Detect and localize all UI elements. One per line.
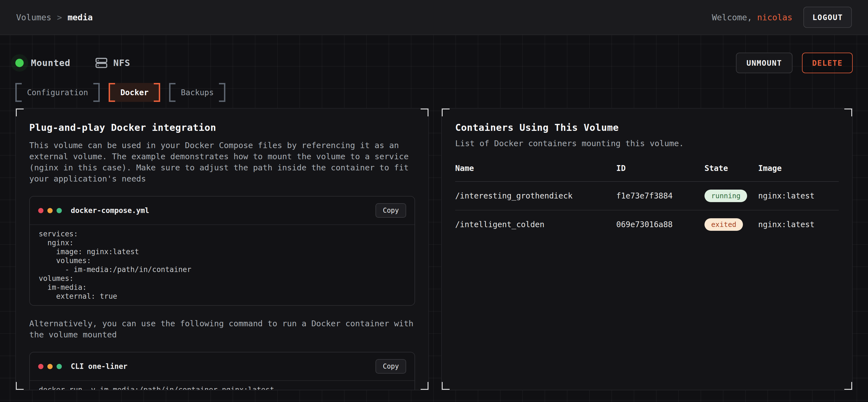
- compose-code-content: services: nginx: image: nginx:latest vol…: [30, 225, 414, 305]
- cli-code-content: docker run -v im-media:/path/in/containe…: [30, 381, 414, 390]
- status-badge: running: [705, 190, 747, 202]
- mounted-status-label: Mounted: [31, 58, 70, 68]
- docker-integration-panel: Plug-and-play Docker integration This vo…: [15, 108, 429, 390]
- window-dot-green-icon: [57, 364, 62, 369]
- code-window-filename: docker-compose.yml: [71, 206, 149, 215]
- container-name: /intelligent_colden: [455, 210, 616, 239]
- breadcrumb-separator: >: [57, 12, 62, 22]
- panel-description: This volume can be used in your Docker C…: [29, 140, 415, 184]
- corner-bracket: [844, 382, 853, 390]
- window-dot-green-icon: [57, 208, 62, 213]
- panel-subtitle: List of Docker containers mounting this …: [455, 139, 839, 148]
- compose-code-window: docker-compose.yml Copy services: nginx:…: [29, 196, 415, 306]
- column-header-image: Image: [758, 164, 839, 181]
- status-badge: exited: [705, 218, 743, 231]
- topbar-right: Welcome, nicolas LOGOUT: [712, 7, 852, 28]
- corner-bracket: [15, 382, 24, 390]
- status-row: Mounted NFS UNMOUNT DELETE: [15, 52, 853, 73]
- top-bar: Volumes > media Welcome, nicolas LOGOUT: [0, 0, 868, 35]
- table-header-row: Name ID State Image: [455, 164, 839, 181]
- welcome-text: Welcome, nicolas: [712, 12, 792, 22]
- volume-actions: UNMOUNT DELETE: [736, 53, 853, 73]
- code-window-header: docker-compose.yml Copy: [30, 197, 414, 225]
- code-window-header: CLI one-liner Copy: [30, 353, 414, 381]
- window-dot-red-icon: [38, 364, 43, 369]
- corner-bracket: [15, 108, 24, 116]
- panel-title: Containers Using This Volume: [455, 122, 839, 133]
- column-header-id: ID: [616, 164, 705, 181]
- logout-button[interactable]: LOGOUT: [803, 7, 852, 28]
- container-name: /interesting_grothendieck: [455, 181, 616, 210]
- corner-bracket: [441, 108, 450, 116]
- tab-backups[interactable]: Backups: [169, 83, 225, 102]
- panel-title: Plug-and-play Docker integration: [29, 122, 415, 133]
- container-id: 069e73016a88: [616, 210, 705, 239]
- cli-code-window: CLI one-liner Copy docker run -v im-medi…: [29, 352, 415, 390]
- delete-button[interactable]: DELETE: [802, 53, 853, 73]
- copy-compose-button[interactable]: Copy: [375, 203, 406, 218]
- corner-bracket: [844, 108, 853, 116]
- container-image: nginx:latest: [758, 210, 839, 239]
- window-dots: [38, 208, 62, 213]
- table-row: /interesting_grothendieck f1e73e7f3884 r…: [455, 181, 839, 210]
- unmount-button[interactable]: UNMOUNT: [736, 53, 793, 73]
- containers-table: Name ID State Image /interesting_grothen…: [455, 164, 839, 239]
- tab-bar: Configuration Docker Backups: [15, 83, 853, 102]
- main-area: Mounted NFS UNMOUNT DELETE Configuration…: [0, 35, 868, 402]
- container-id: f1e73e7f3884: [616, 181, 705, 210]
- content-panels: Plug-and-play Docker integration This vo…: [15, 108, 853, 390]
- cli-intro-text: Alternatively, you can use the following…: [29, 318, 415, 340]
- welcome-prefix: Welcome,: [712, 12, 757, 22]
- tab-docker[interactable]: Docker: [108, 83, 160, 102]
- column-header-name: Name: [455, 164, 616, 181]
- tab-configuration[interactable]: Configuration: [15, 83, 100, 102]
- window-dot-red-icon: [38, 208, 43, 213]
- containers-panel: Containers Using This Volume List of Doc…: [441, 108, 853, 390]
- filesystem-type-label: NFS: [113, 58, 130, 68]
- corner-bracket: [421, 108, 429, 116]
- container-image: nginx:latest: [758, 181, 839, 210]
- mounted-status-dot-icon: [15, 59, 24, 67]
- breadcrumb: Volumes > media: [16, 12, 93, 22]
- code-window-filename: CLI one-liner: [71, 362, 128, 371]
- copy-cli-button[interactable]: Copy: [375, 359, 406, 374]
- breadcrumb-current: media: [68, 12, 93, 22]
- corner-bracket: [421, 382, 429, 390]
- breadcrumb-volumes-link[interactable]: Volumes: [16, 12, 51, 22]
- table-row: /intelligent_colden 069e73016a88 exited …: [455, 210, 839, 239]
- window-dots: [38, 364, 62, 369]
- corner-bracket: [441, 382, 450, 390]
- column-header-state: State: [705, 164, 758, 181]
- username: nicolas: [757, 12, 792, 22]
- window-dot-amber-icon: [48, 208, 53, 213]
- window-dot-amber-icon: [48, 364, 53, 369]
- server-stack-icon: [95, 57, 108, 69]
